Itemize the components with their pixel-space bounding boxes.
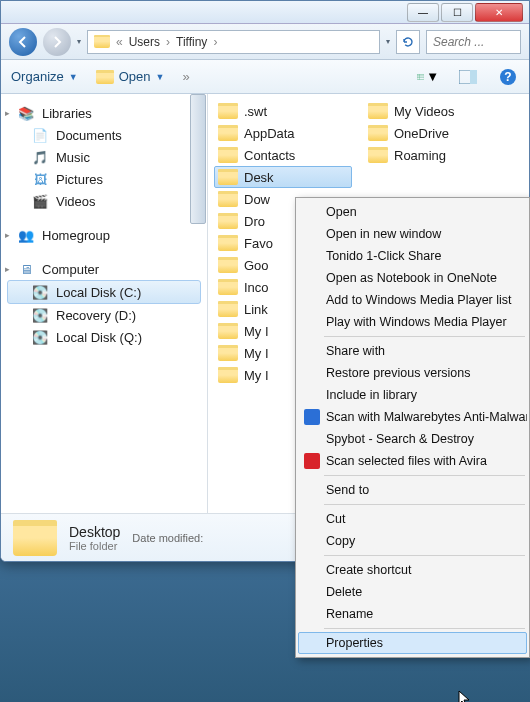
folder-icon (218, 125, 238, 141)
context-item[interactable]: Rename (298, 603, 527, 625)
sidebar: ▸📚Libraries 📄Documents 🎵Music 🖼Pictures … (1, 94, 208, 513)
refresh-button[interactable] (396, 30, 420, 54)
maximize-button[interactable]: ☐ (441, 3, 473, 22)
folder-label: Goo (244, 258, 269, 273)
folder-item[interactable]: .swt (208, 100, 358, 122)
context-item[interactable]: Share with (298, 340, 527, 362)
svg-rect-5 (470, 70, 477, 84)
views-button[interactable]: ▼ (417, 66, 439, 88)
folder-icon (218, 191, 238, 207)
cursor-icon (458, 690, 472, 702)
context-item[interactable]: Play with Windows Media Player (298, 311, 527, 333)
history-dropdown[interactable]: ▾ (77, 37, 81, 46)
context-item[interactable]: Restore previous versions (298, 362, 527, 384)
minimize-button[interactable]: — (407, 3, 439, 22)
folder-label: Dow (244, 192, 270, 207)
context-item[interactable]: Delete (298, 581, 527, 603)
drive-icon: 💽 (31, 283, 49, 301)
sidebar-item-localq[interactable]: 💽Local Disk (Q:) (1, 326, 207, 348)
context-item[interactable]: Cut (298, 508, 527, 530)
chevron-down-icon: ▼ (69, 72, 78, 82)
breadcrumb-tiffiny[interactable]: Tiffiny (176, 35, 207, 49)
sidebar-item-libraries[interactable]: ▸📚Libraries (1, 102, 207, 124)
expand-icon[interactable]: ▸ (5, 264, 10, 274)
forward-button[interactable] (43, 28, 71, 56)
context-item-label: Open in new window (326, 227, 441, 241)
sidebar-item-computer[interactable]: ▸🖥Computer (1, 258, 207, 280)
context-item[interactable]: Copy (298, 530, 527, 552)
folder-label: My Videos (394, 104, 454, 119)
svg-rect-0 (417, 74, 424, 80)
context-item-label: Open as Notebook in OneNote (326, 271, 497, 285)
sidebar-item-label: Libraries (42, 106, 92, 121)
folder-icon (218, 147, 238, 163)
sidebar-item-homegroup[interactable]: ▸👥Homegroup (1, 224, 207, 246)
context-item[interactable]: Scan selected files with Avira (298, 450, 527, 472)
folder-icon (368, 125, 388, 141)
libraries-icon: 📚 (17, 104, 35, 122)
arrow-right-icon (51, 36, 63, 48)
folder-label: Link (244, 302, 268, 317)
context-item[interactable]: Add to Windows Media Player list (298, 289, 527, 311)
refresh-icon (401, 35, 415, 49)
context-item[interactable]: Scan with Malwarebytes Anti-Malware (298, 406, 527, 428)
folder-item[interactable]: Contacts (208, 144, 358, 166)
folder-item[interactable]: AppData (208, 122, 358, 144)
folder-item[interactable]: OneDrive (358, 122, 508, 144)
search-input[interactable] (426, 30, 521, 54)
folder-icon (218, 345, 238, 361)
context-item-label: Share with (326, 344, 385, 358)
folder-icon (218, 257, 238, 273)
help-button[interactable]: ? (497, 66, 519, 88)
address-dropdown[interactable]: ▾ (386, 37, 390, 46)
expand-icon[interactable]: ▸ (5, 108, 10, 118)
context-menu[interactable]: OpenOpen in new windowTonido 1-Click Sha… (295, 197, 530, 658)
folder-label: My I (244, 368, 269, 383)
homegroup-icon: 👥 (17, 226, 35, 244)
sidebar-item-label: Videos (56, 194, 96, 209)
context-separator (324, 628, 525, 629)
context-item[interactable]: Spybot - Search & Destroy (298, 428, 527, 450)
context-item[interactable]: Open (298, 201, 527, 223)
folder-label: OneDrive (394, 126, 449, 141)
sidebar-item-music[interactable]: 🎵Music (1, 146, 207, 168)
expand-icon[interactable]: ▸ (5, 230, 10, 240)
breadcrumb-sep: › (213, 35, 217, 49)
context-item-label: Send to (326, 483, 369, 497)
folder-item[interactable]: Roaming (358, 144, 508, 166)
folder-icon (218, 367, 238, 383)
context-item-label: Rename (326, 607, 373, 621)
folder-label: Inco (244, 280, 269, 295)
address-bar[interactable]: « Users › Tiffiny › (87, 30, 380, 54)
context-item[interactable]: Open in new window (298, 223, 527, 245)
context-item-label: Open (326, 205, 357, 219)
preview-pane-button[interactable] (457, 66, 479, 88)
scrollbar-thumb[interactable] (190, 94, 206, 224)
context-item[interactable]: Include in library (298, 384, 527, 406)
folder-icon (94, 35, 110, 48)
context-item[interactable]: Properties (298, 632, 527, 654)
folder-label: Favo (244, 236, 273, 251)
sidebar-item-localc[interactable]: 💽Local Disk (C:) (7, 280, 201, 304)
context-item[interactable]: Open as Notebook in OneNote (298, 267, 527, 289)
breadcrumb-users[interactable]: Users (129, 35, 160, 49)
folder-icon (368, 147, 388, 163)
sidebar-item-documents[interactable]: 📄Documents (1, 124, 207, 146)
folder-icon (218, 323, 238, 339)
chevron-down-icon: ▼ (155, 72, 164, 82)
context-item[interactable]: Send to (298, 479, 527, 501)
folder-item[interactable]: Desk (214, 166, 352, 188)
include-button[interactable]: » (182, 69, 189, 84)
open-button[interactable]: Open ▼ (96, 69, 165, 84)
sidebar-item-videos[interactable]: 🎬Videos (1, 190, 207, 212)
back-button[interactable] (9, 28, 37, 56)
sidebar-item-pictures[interactable]: 🖼Pictures (1, 168, 207, 190)
close-button[interactable]: ✕ (475, 3, 523, 22)
sidebar-item-recoveryd[interactable]: 💽Recovery (D:) (1, 304, 207, 326)
views-icon (417, 70, 424, 84)
breadcrumb-prefix: « (116, 35, 123, 49)
context-item[interactable]: Create shortcut (298, 559, 527, 581)
folder-item[interactable]: My Videos (358, 100, 508, 122)
context-item[interactable]: Tonido 1-Click Share (298, 245, 527, 267)
organize-button[interactable]: Organize ▼ (11, 69, 78, 84)
